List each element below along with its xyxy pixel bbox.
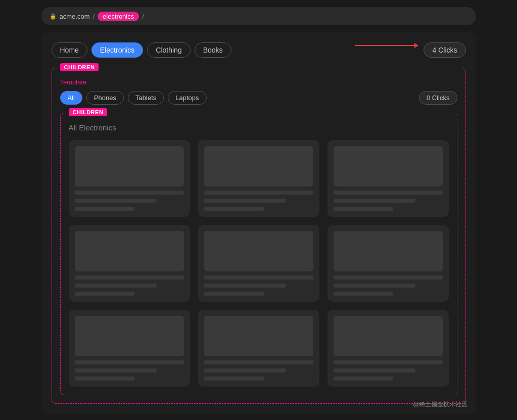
sub-clicks-text: 0 Clicks bbox=[427, 94, 450, 102]
card-line-1 bbox=[75, 191, 184, 195]
card-line-1 bbox=[204, 275, 313, 279]
sub-clicks-badge: 0 Clicks bbox=[419, 91, 457, 105]
card-image bbox=[334, 316, 443, 356]
card-line-1 bbox=[75, 275, 184, 279]
card-line-2 bbox=[204, 199, 286, 203]
sub-nav-phones[interactable]: Phones bbox=[86, 91, 124, 105]
nav-home[interactable]: Home bbox=[52, 42, 87, 58]
card-line-3 bbox=[334, 207, 394, 211]
card-line-2 bbox=[334, 199, 415, 203]
card-line-3 bbox=[334, 377, 394, 381]
sub-nav-laptops[interactable]: Laptops bbox=[168, 91, 206, 105]
domain-text: acme.com bbox=[60, 13, 90, 20]
product-card[interactable] bbox=[327, 310, 449, 387]
product-card[interactable] bbox=[327, 140, 449, 217]
card-image bbox=[334, 146, 443, 186]
card-image bbox=[75, 231, 184, 271]
outer-children-box: CHILDREN Template All Phones Tablets Lap… bbox=[52, 68, 466, 404]
card-line-1 bbox=[334, 191, 443, 195]
card-image bbox=[204, 231, 313, 271]
section-title: All Electronics bbox=[69, 123, 449, 132]
card-line-2 bbox=[334, 284, 415, 288]
card-line-2 bbox=[75, 368, 157, 372]
product-grid bbox=[69, 140, 449, 387]
sub-nav-tablets[interactable]: Tablets bbox=[128, 91, 164, 105]
card-image bbox=[75, 316, 184, 356]
card-line-3 bbox=[75, 377, 135, 381]
lock-icon: 🔒 bbox=[50, 13, 57, 20]
address-bar: 🔒 acme.com / electronics / bbox=[41, 7, 476, 25]
product-card[interactable] bbox=[69, 310, 190, 387]
card-line-2 bbox=[204, 368, 286, 372]
card-line-3 bbox=[75, 292, 135, 296]
card-image bbox=[334, 231, 443, 271]
nav-books[interactable]: Books bbox=[195, 42, 231, 58]
nav-clothing[interactable]: Clothing bbox=[147, 42, 190, 58]
clicks-badge-text: 4 Clicks bbox=[432, 46, 457, 54]
card-line-3 bbox=[204, 377, 264, 381]
card-image bbox=[75, 146, 184, 186]
card-line-1 bbox=[204, 191, 313, 195]
arrow-annotation bbox=[355, 45, 415, 46]
card-line-1 bbox=[334, 275, 443, 279]
card-image bbox=[204, 316, 313, 356]
arrow-line bbox=[355, 45, 415, 46]
card-line-3 bbox=[204, 292, 264, 296]
card-line-2 bbox=[204, 284, 286, 288]
electronics-pill: electronics bbox=[98, 12, 139, 21]
card-line-2 bbox=[334, 368, 415, 372]
card-line-3 bbox=[204, 207, 264, 211]
sub-nav-all[interactable]: All bbox=[60, 91, 82, 105]
outer-children-label: CHILDREN bbox=[60, 63, 99, 71]
slash-1: / bbox=[92, 13, 95, 20]
inner-children-label: CHILDREN bbox=[69, 108, 108, 116]
nav-electronics[interactable]: Electronics bbox=[91, 42, 143, 58]
slash-2: / bbox=[142, 13, 144, 20]
product-card[interactable] bbox=[198, 225, 319, 302]
product-card[interactable] bbox=[198, 310, 319, 387]
card-line-2 bbox=[75, 199, 157, 203]
nav-bar: Home Electronics Clothing Books 4 Clicks bbox=[52, 42, 466, 58]
product-card[interactable] bbox=[69, 225, 190, 302]
card-line-1 bbox=[334, 360, 443, 364]
card-line-2 bbox=[75, 284, 157, 288]
card-line-3 bbox=[334, 292, 394, 296]
card-line-1 bbox=[204, 360, 313, 364]
card-line-1 bbox=[75, 360, 184, 364]
card-image bbox=[204, 146, 313, 186]
inner-children-box: CHILDREN All Electronics bbox=[60, 113, 457, 395]
card-line-3 bbox=[75, 207, 135, 211]
template-label: Template bbox=[60, 78, 457, 86]
product-card[interactable] bbox=[69, 140, 190, 217]
clicks-badge: 4 Clicks bbox=[424, 42, 465, 58]
product-card[interactable] bbox=[198, 140, 319, 217]
watermark: @稀土掘金技术社区 bbox=[413, 400, 467, 409]
main-container: Home Electronics Clothing Books 4 Clicks… bbox=[41, 32, 476, 414]
sub-nav-bar: All Phones Tablets Laptops 0 Clicks bbox=[60, 91, 457, 105]
product-card[interactable] bbox=[327, 225, 449, 302]
